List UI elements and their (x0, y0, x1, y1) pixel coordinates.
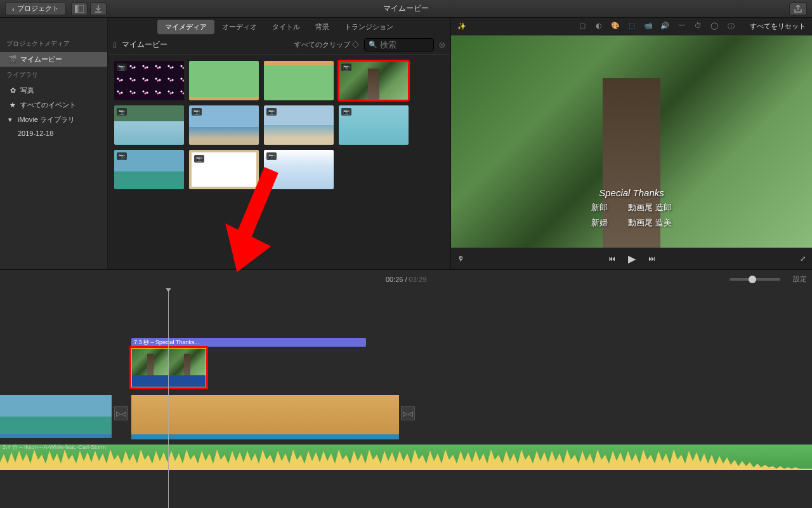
tab-audio[interactable]: オーディオ (214, 20, 265, 34)
sidebar-item-project[interactable]: 🎬 マイムービー (0, 52, 107, 67)
playback-controls: 🎙 ⏮ ▶ ⏭ ⤢ (451, 248, 812, 269)
pip-clip[interactable] (131, 348, 206, 387)
project-media-header: プロジェクトメディア (0, 36, 107, 52)
volume-icon[interactable]: 🔊 (660, 22, 670, 31)
camera-icon: 📷 (117, 64, 127, 71)
preview-toolbar: ✨ ▢ ◐ 🎨 ⬚ 📹 🔊 〰 ⏱ ◯ ⓘ すべてをリセット (451, 18, 812, 36)
magic-wand-icon[interactable]: ✨ (457, 22, 466, 30)
sidebar: プロジェクトメディア 🎬 マイムービー ライブラリ ✿ 写真 ★ すべてのイベン… (0, 18, 108, 269)
media-browser: マイメディア オーディオ タイトル 背景 トランジション ▯ マイムービー すべ… (108, 18, 450, 269)
zoom-slider[interactable] (730, 278, 780, 281)
media-header: ▯ マイムービー すべてのクリップ ◇ 🔍 ◎ (108, 36, 450, 55)
transition-icon[interactable]: ▷◁ (114, 406, 128, 420)
top-toolbar: ‹ プロジェクト マイムービー (0, 0, 812, 18)
reset-all-button[interactable]: すべてをリセット (750, 22, 806, 31)
svg-rect-1 (78, 5, 84, 13)
media-thumb[interactable]: 📷 (189, 150, 259, 189)
clip-filter-icon[interactable]: ◯ (709, 22, 719, 31)
sidebar-item-all-events[interactable]: ★ すべてのイベント (0, 98, 107, 112)
fullscreen-icon[interactable]: ⤢ (800, 255, 806, 263)
svg-rect-0 (75, 5, 77, 13)
timeline-settings-button[interactable]: 設定 (793, 274, 807, 284)
noise-reduction-icon[interactable]: 〰 (676, 22, 686, 31)
star-icon: ★ (9, 102, 16, 109)
clapboard-icon: 🎬 (9, 56, 16, 64)
tab-background[interactable]: 背景 (308, 20, 337, 34)
tab-transition[interactable]: トランジション (337, 20, 401, 34)
playhead-handle[interactable] (165, 288, 172, 292)
sidebar-item-event-date[interactable]: 2019-12-18 (0, 127, 107, 140)
camera-icon: 📷 (194, 155, 204, 163)
play-icon[interactable]: ▶ (628, 253, 636, 265)
audio-track: 3.4 分 – Ikson---A-While-feat.-Carl-Storm (0, 444, 812, 470)
workspace: プロジェクトメディア 🎬 マイムービー ライブラリ ✿ 写真 ★ すべてのイベン… (0, 18, 812, 269)
timeline[interactable]: 7.3 秒 – Special Thanks... ▷◁ ▷◁ 3.4 分 – … (0, 288, 812, 508)
speed-icon[interactable]: ⏱ (693, 22, 703, 31)
media-thumbnails: 📷 📷 📷 📷 📷 📷 📷 📷 📷 (108, 55, 450, 196)
sidebar-toggle-icon[interactable]: ▯ (113, 41, 117, 49)
media-thumb[interactable]: 📷 (189, 105, 259, 145)
media-thumb[interactable]: 📷 (114, 61, 184, 100)
media-title: マイムービー (122, 39, 167, 50)
title-clip[interactable]: 7.3 秒 – Special Thanks... (131, 338, 366, 347)
video-track: ▷◁ ▷◁ (0, 395, 812, 434)
color-balance-icon[interactable]: ▢ (577, 22, 587, 31)
title-overlay: Special Thanks 新郎動画尾 造郎 新婦動画尾 造美 (451, 187, 812, 229)
media-thumb[interactable] (264, 61, 334, 100)
media-thumb[interactable]: 📷 (264, 150, 334, 189)
back-to-projects-button[interactable]: ‹ プロジェクト (5, 2, 66, 15)
color-correction-icon[interactable]: ◐ (594, 22, 604, 31)
media-thumb[interactable]: 📷 (114, 150, 184, 189)
zoom-knob[interactable] (749, 276, 756, 283)
media-thumb[interactable]: 📷 (264, 105, 334, 145)
library-header: ライブラリ (0, 67, 107, 83)
next-icon[interactable]: ⏭ (648, 255, 655, 262)
info-icon[interactable]: ⓘ (726, 22, 736, 31)
library-view-button[interactable] (71, 3, 88, 15)
stabilization-icon[interactable]: 📹 (643, 22, 653, 31)
chevron-left-icon: ‹ (12, 5, 15, 13)
time-display: 00:26 / 03:29 (386, 276, 426, 283)
tab-title[interactable]: タイトル (265, 20, 308, 34)
camera-icon: 📷 (117, 152, 127, 160)
import-button[interactable] (90, 3, 107, 15)
camera-icon: 📷 (341, 108, 351, 116)
audio-clip-label: 3.4 分 – Ikson---A-While-feat.-Carl-Storm (3, 443, 106, 451)
media-thumb[interactable]: 📷 (339, 105, 409, 145)
camera-icon: 📷 (192, 108, 202, 116)
camera-icon: 📷 (266, 108, 277, 116)
video-clip-1[interactable] (0, 395, 112, 434)
media-tabs-placeholder (0, 18, 107, 36)
prev-icon[interactable]: ⏮ (608, 255, 615, 262)
search-input[interactable]: 🔍 (364, 38, 434, 51)
crop-icon[interactable]: ⬚ (627, 22, 637, 31)
preview-viewer[interactable]: Special Thanks 新郎動画尾 造郎 新婦動画尾 造美 (451, 36, 812, 248)
clip-filter-dropdown[interactable]: すべてのクリップ ◇ (294, 40, 359, 50)
media-thumb[interactable] (189, 61, 259, 100)
triangle-down-icon: ▾ (6, 116, 14, 124)
audio-clip[interactable] (0, 444, 812, 470)
media-thumb-selected[interactable]: 📷 (339, 61, 409, 100)
preview-panel: ✨ ▢ ◐ 🎨 ⬚ 📹 🔊 〰 ⏱ ◯ ⓘ すべてをリセット Special T… (450, 18, 812, 269)
camera-icon: 📷 (266, 152, 277, 160)
video-clip-2[interactable] (131, 395, 399, 434)
camera-icon: 📷 (117, 108, 127, 116)
media-tabs: マイメディア オーディオ タイトル 背景 トランジション (108, 18, 450, 36)
search-icon: 🔍 (369, 41, 377, 49)
camera-icon: 📷 (341, 64, 351, 71)
media-thumb[interactable]: 📷 (114, 105, 184, 145)
waveform-icon (0, 444, 812, 470)
sidebar-item-photos[interactable]: ✿ 写真 (0, 83, 107, 98)
tab-my-media[interactable]: マイメディア (157, 20, 214, 34)
playhead-line[interactable] (168, 288, 169, 508)
search-field[interactable] (380, 40, 424, 50)
color-wheel-icon[interactable]: 🎨 (610, 22, 620, 31)
photos-icon: ✿ (9, 87, 16, 95)
sidebar-item-imovie-library[interactable]: ▾ iMovie ライブラリ (0, 112, 107, 127)
transition-icon[interactable]: ▷◁ (401, 406, 415, 420)
view-options-icon[interactable]: ◎ (439, 41, 445, 49)
overlay-heading: Special Thanks (451, 187, 812, 198)
voiceover-icon[interactable]: 🎙 (457, 255, 464, 262)
time-row: 00:26 / 03:29 設定 (0, 269, 812, 288)
share-button[interactable] (789, 3, 807, 15)
